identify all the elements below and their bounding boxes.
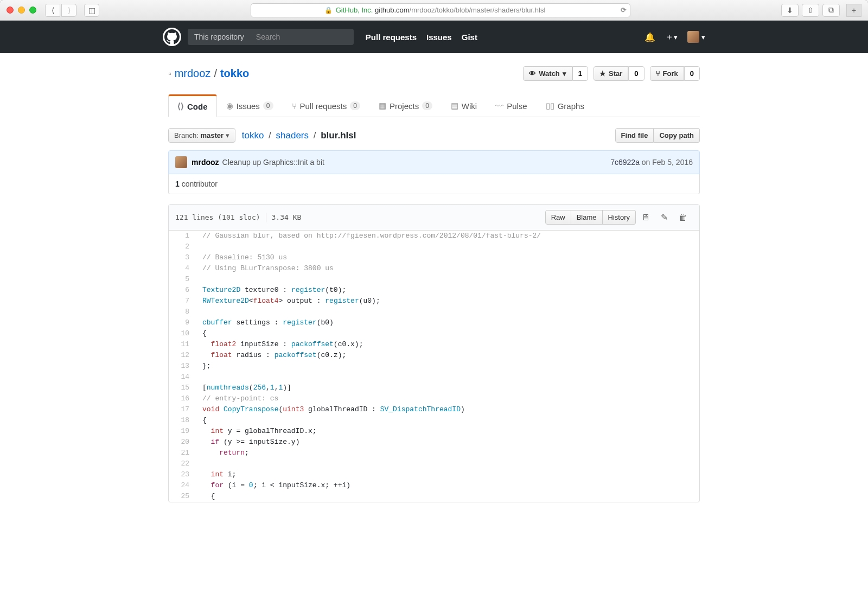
code-line: 16// entry-point: cs bbox=[169, 393, 699, 404]
close-window-button[interactable] bbox=[7, 7, 14, 14]
line-content: Texture2D texture0 : register(t0); bbox=[196, 285, 346, 296]
line-number[interactable]: 14 bbox=[169, 372, 196, 382]
line-number[interactable]: 23 bbox=[169, 469, 196, 480]
watch-button[interactable]: 👁 Watch ▾ bbox=[523, 66, 572, 81]
line-number[interactable]: 4 bbox=[169, 263, 196, 274]
line-content bbox=[196, 241, 202, 252]
code-line: 2 bbox=[169, 241, 699, 252]
nav-pull-requests[interactable]: Pull requests bbox=[366, 33, 417, 42]
line-number[interactable]: 6 bbox=[169, 285, 196, 296]
code-line: 13}; bbox=[169, 361, 699, 372]
line-number[interactable]: 1 bbox=[169, 231, 196, 241]
lock-icon: 🔒 bbox=[324, 7, 333, 14]
pulse-icon: 〰 bbox=[495, 101, 503, 111]
maximize-window-button[interactable] bbox=[29, 7, 36, 14]
line-content: float radius : packoffset(c0.z); bbox=[196, 350, 346, 361]
line-number[interactable]: 22 bbox=[169, 458, 196, 469]
line-number[interactable]: 11 bbox=[169, 339, 196, 350]
breadcrumb-dir[interactable]: shaders bbox=[276, 130, 309, 141]
line-number[interactable]: 16 bbox=[169, 393, 196, 404]
code-line: 11 float2 inputSize : packoffset(c0.x); bbox=[169, 339, 699, 350]
code-line: 3// Baseline: 5130 us bbox=[169, 252, 699, 263]
github-header: This repository Pull requests Issues Gis… bbox=[0, 21, 868, 53]
sidebar-toggle-button[interactable]: ◫ bbox=[84, 4, 99, 17]
line-number[interactable]: 15 bbox=[169, 382, 196, 393]
back-button[interactable]: ⟨ bbox=[45, 4, 60, 17]
tab-issues[interactable]: ◉Issues 0 bbox=[217, 94, 283, 117]
code-line: 20 if (y >= inputSize.y) bbox=[169, 437, 699, 448]
avatar bbox=[687, 31, 699, 43]
line-content: { bbox=[196, 328, 207, 339]
line-number[interactable]: 25 bbox=[169, 491, 196, 502]
repo-owner-link[interactable]: mrdooz bbox=[175, 67, 211, 80]
star-button[interactable]: ★ Star bbox=[593, 66, 628, 81]
search-input[interactable] bbox=[251, 29, 354, 45]
tabs-button[interactable]: ⧉ bbox=[822, 4, 840, 17]
line-content: RWTexture2D<float4> output : register(u0… bbox=[196, 296, 380, 307]
create-menu-button[interactable]: ＋▾ bbox=[665, 31, 678, 43]
history-button[interactable]: History bbox=[603, 210, 636, 225]
line-number[interactable]: 21 bbox=[169, 448, 196, 458]
tab-pull-requests[interactable]: ⑂Pull requests 0 bbox=[283, 94, 369, 117]
user-menu-button[interactable]: ▾ bbox=[687, 31, 705, 43]
breadcrumb-root[interactable]: tokko bbox=[242, 130, 264, 141]
code-line: 24 for (i = 0; i < inputSize.x; ++i) bbox=[169, 480, 699, 491]
line-number[interactable]: 12 bbox=[169, 350, 196, 361]
nav-gist[interactable]: Gist bbox=[462, 33, 477, 42]
line-number[interactable]: 5 bbox=[169, 274, 196, 285]
github-logo[interactable] bbox=[163, 28, 181, 46]
line-number[interactable]: 9 bbox=[169, 317, 196, 328]
contributors-box: 1 contributor bbox=[168, 174, 700, 194]
watch-count[interactable]: 1 bbox=[572, 66, 588, 81]
repo-name-link[interactable]: tokko bbox=[220, 67, 249, 79]
notifications-icon[interactable]: 🔔 bbox=[644, 32, 655, 42]
tab-graphs[interactable]: ▯▯Graphs bbox=[537, 94, 593, 117]
line-number[interactable]: 17 bbox=[169, 404, 196, 415]
tab-projects[interactable]: ▦Projects 0 bbox=[369, 94, 442, 117]
tab-wiki[interactable]: ▤Wiki bbox=[442, 94, 486, 117]
commit-sha[interactable]: 7c6922a bbox=[610, 158, 640, 167]
copy-path-button[interactable]: Copy path bbox=[654, 128, 700, 143]
tab-code[interactable]: ⟨⟩Code bbox=[168, 94, 217, 117]
line-number[interactable]: 10 bbox=[169, 328, 196, 339]
line-content: for (i = 0; i < inputSize.x; ++i) bbox=[196, 480, 350, 491]
blame-button[interactable]: Blame bbox=[571, 210, 603, 225]
commit-tease: mrdooz Cleanup up Graphics::Init a bit 7… bbox=[168, 150, 700, 174]
line-number[interactable]: 24 bbox=[169, 480, 196, 491]
edit-icon[interactable]: ✎ bbox=[655, 209, 673, 226]
new-tab-button[interactable]: + bbox=[846, 4, 861, 17]
line-content: { bbox=[196, 491, 215, 502]
branch-select-button[interactable]: Branch: master ▾ bbox=[168, 128, 235, 143]
commit-message[interactable]: Cleanup up Graphics::Init a bit bbox=[222, 158, 324, 167]
commit-author[interactable]: mrdooz bbox=[192, 158, 219, 167]
reload-button[interactable]: ⟳ bbox=[621, 6, 627, 14]
raw-button[interactable]: Raw bbox=[545, 210, 571, 225]
commit-author-avatar[interactable] bbox=[175, 156, 187, 168]
line-number[interactable]: 18 bbox=[169, 415, 196, 426]
file-size: 3.34 KB bbox=[272, 213, 302, 221]
find-file-button[interactable]: Find file bbox=[615, 128, 654, 143]
desktop-icon[interactable]: 🖥 bbox=[636, 209, 655, 226]
share-button[interactable]: ⇧ bbox=[802, 4, 819, 17]
line-content bbox=[196, 458, 202, 469]
tab-pulse[interactable]: 〰Pulse bbox=[486, 94, 537, 117]
line-number[interactable]: 7 bbox=[169, 296, 196, 307]
line-number[interactable]: 2 bbox=[169, 241, 196, 252]
nav-issues[interactable]: Issues bbox=[426, 33, 452, 42]
search-scope-button[interactable]: This repository bbox=[188, 29, 251, 45]
star-count[interactable]: 0 bbox=[628, 66, 644, 81]
delete-icon[interactable]: 🗑 bbox=[673, 209, 693, 226]
fork-button[interactable]: ⑂ Fork bbox=[650, 66, 684, 81]
line-content bbox=[196, 274, 202, 285]
line-number[interactable]: 3 bbox=[169, 252, 196, 263]
line-number[interactable]: 8 bbox=[169, 307, 196, 317]
code-line: 7RWTexture2D<float4> output : register(u… bbox=[169, 296, 699, 307]
line-number[interactable]: 20 bbox=[169, 437, 196, 448]
address-bar[interactable]: 🔒 GitHub, Inc. github.com /mrdooz/tokko/… bbox=[251, 3, 630, 17]
fork-count[interactable]: 0 bbox=[684, 66, 700, 81]
downloads-button[interactable]: ⬇ bbox=[781, 4, 799, 17]
minimize-window-button[interactable] bbox=[18, 7, 25, 14]
forward-button[interactable]: ⟩ bbox=[61, 4, 76, 17]
line-number[interactable]: 19 bbox=[169, 426, 196, 437]
line-number[interactable]: 13 bbox=[169, 361, 196, 372]
